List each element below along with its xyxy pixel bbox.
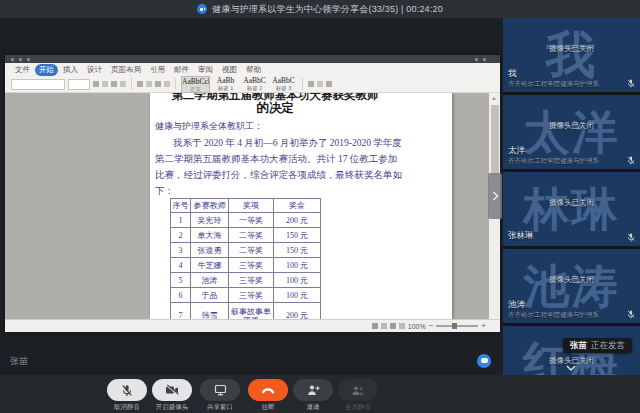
ribbon-separator bbox=[131, 78, 132, 90]
align-icon[interactable] bbox=[155, 81, 161, 87]
outline-view-icon[interactable] bbox=[399, 323, 405, 329]
camera-off-text: 摄像头已关闭 bbox=[503, 121, 640, 131]
cell: 牛芝娜 bbox=[191, 258, 229, 273]
menu-view[interactable]: 视图 bbox=[218, 64, 241, 76]
zoom-in-icon[interactable]: + bbox=[481, 323, 486, 329]
mic-muted-icon bbox=[627, 233, 635, 242]
underline-icon[interactable] bbox=[111, 81, 117, 87]
shading-icon[interactable] bbox=[164, 81, 170, 87]
find-icon[interactable] bbox=[308, 81, 314, 87]
style-normal[interactable]: AaBbCcDd 正文 bbox=[181, 76, 210, 93]
menu-insert[interactable]: 插入 bbox=[59, 64, 82, 76]
save-icon[interactable] bbox=[11, 58, 14, 61]
camera-off-text: 摄像头已关闭 bbox=[503, 44, 640, 54]
font-name-select[interactable] bbox=[11, 79, 65, 90]
menu-mailings[interactable]: 邮件 bbox=[170, 64, 193, 76]
menu-help[interactable]: 帮助 bbox=[242, 64, 265, 76]
table-row: 7 韩雪 叙事故事单项奖 200 元 bbox=[171, 303, 321, 320]
cell: 池涛 bbox=[191, 273, 229, 288]
hangup-phone-icon bbox=[261, 385, 275, 395]
cell: 韩雪 bbox=[191, 303, 229, 320]
cell: 4 bbox=[171, 258, 191, 273]
cell: 三等奖 bbox=[229, 258, 274, 273]
document-canvas[interactable]: 第二学期第五届教师基本功大赛获奖教师 的决定 健康与护理系全体教职工： 我系于 … bbox=[5, 93, 489, 319]
cell: 150 元 bbox=[274, 228, 321, 243]
invite-person-icon bbox=[307, 384, 320, 396]
mic-muted-icon bbox=[627, 79, 635, 88]
style-heading3[interactable]: AaBbC 标题 3 bbox=[270, 76, 297, 93]
cell: 叙事故事单项奖 bbox=[229, 303, 274, 320]
sidebar-collapse-handle[interactable] bbox=[488, 173, 502, 219]
numbering-icon[interactable] bbox=[146, 81, 152, 87]
menu-review[interactable]: 审阅 bbox=[194, 64, 217, 76]
cell: 150 元 bbox=[274, 243, 321, 258]
table-header-row: 序号 参赛教师 奖项 奖金 bbox=[171, 199, 321, 213]
participant-tile[interactable]: 我 摄像头已关闭 我 齐齐哈尔工程学院健康与护理系 bbox=[503, 18, 640, 92]
participant-name: 太洋 bbox=[508, 145, 525, 157]
redo-icon[interactable] bbox=[27, 58, 30, 61]
menu-layout[interactable]: 页面布局 bbox=[107, 64, 145, 76]
mic-muted-icon bbox=[627, 156, 635, 165]
doc-body-line: 下： bbox=[155, 185, 447, 198]
camera-off-text: 摄像头已关闭 bbox=[503, 275, 640, 285]
meeting-title: 健康与护理系以学生为中心领学分享会(33/35) | 00:24:20 bbox=[212, 3, 443, 16]
cell: 二等奖 bbox=[229, 228, 274, 243]
zoom-slider-knob[interactable] bbox=[452, 323, 457, 329]
style-heading1[interactable]: AaBb 标题 1 bbox=[212, 76, 239, 93]
cell: 三等奖 bbox=[229, 288, 274, 303]
header-cell: 奖金 bbox=[274, 199, 321, 213]
menu-file[interactable]: 文件 bbox=[11, 64, 34, 76]
participant-name: 我 bbox=[508, 68, 517, 80]
print-layout-icon[interactable] bbox=[381, 323, 387, 329]
replace-icon[interactable] bbox=[317, 81, 323, 87]
participant-tile[interactable]: 林琳 摄像头已关闭 张林琳 bbox=[503, 172, 640, 246]
doc-body-line: 第二学期第五届教师基本功大赛活动。共计 17 位教工参加 bbox=[155, 153, 447, 166]
cell: 100 元 bbox=[274, 288, 321, 303]
window-controls-icon[interactable] bbox=[475, 58, 478, 61]
bullets-icon[interactable] bbox=[137, 81, 143, 87]
header-cell: 奖项 bbox=[229, 199, 274, 213]
document-page[interactable]: 第二学期第五届教师基本功大赛获奖教师 的决定 健康与护理系全体教职工： 我系于 … bbox=[150, 93, 452, 319]
style-heading2[interactable]: AaBbC 标题 2 bbox=[241, 76, 268, 93]
menu-references[interactable]: 引用 bbox=[146, 64, 169, 76]
chevron-down-icon[interactable] bbox=[565, 364, 577, 372]
italic-icon[interactable] bbox=[102, 81, 108, 87]
select-icon[interactable] bbox=[326, 81, 332, 87]
scrollbar-thumb[interactable] bbox=[491, 105, 499, 175]
cell: 6 bbox=[171, 288, 191, 303]
cell: 于品 bbox=[191, 288, 229, 303]
word-status-bar: 100% − + bbox=[5, 319, 500, 332]
zoom-slider[interactable] bbox=[436, 325, 478, 327]
chat-bubble-button[interactable] bbox=[477, 354, 491, 368]
mute-all-button[interactable]: 全员静音 bbox=[330, 379, 386, 412]
awards-table: 序号 参赛教师 奖项 奖金 1 吴宪玲 一等奖 200 元 2 单大海 二等奖 … bbox=[170, 198, 321, 319]
window-close-icon[interactable] bbox=[483, 58, 486, 61]
control-bar: 好视通 取消静音 开启摄像头 bbox=[0, 375, 640, 413]
header-cell: 序号 bbox=[171, 199, 191, 213]
menu-design[interactable]: 设计 bbox=[83, 64, 106, 76]
participant-tile[interactable]: 池涛 摄像头已关闭 池涛 齐齐哈尔工程学院健康与护理系 bbox=[503, 249, 640, 323]
bold-icon[interactable] bbox=[93, 81, 99, 87]
menu-home[interactable]: 开始 bbox=[35, 64, 58, 76]
doc-body-line: 我系于 2020 年 4 月初—6 月初举办了 2019-2020 学年度 bbox=[155, 137, 447, 150]
zoom-out-icon[interactable]: − bbox=[429, 323, 434, 329]
font-color-icon[interactable] bbox=[120, 81, 126, 87]
table-row: 6 于品 三等奖 100 元 bbox=[171, 288, 321, 303]
undo-icon[interactable] bbox=[19, 58, 22, 61]
participant-tile[interactable]: 太洋 摄像头已关闭 太洋 齐齐哈尔工程学院健康与护理系 bbox=[503, 95, 640, 169]
word-titlebar bbox=[5, 55, 500, 63]
web-layout-icon[interactable] bbox=[390, 323, 396, 329]
read-mode-icon[interactable] bbox=[372, 323, 378, 329]
cell: 一等奖 bbox=[229, 213, 274, 228]
scroll-up-icon[interactable]: ▲ bbox=[491, 95, 497, 101]
meeting-title-bar: 健康与护理系以学生为中心领学分享会(33/35) | 00:24:20 bbox=[0, 0, 640, 18]
cell: 3 bbox=[171, 243, 191, 258]
ribbon-separator bbox=[302, 78, 303, 90]
table-row: 5 池涛 三等奖 100 元 bbox=[171, 273, 321, 288]
cell: 张道勇 bbox=[191, 243, 229, 258]
cell: 5 bbox=[171, 273, 191, 288]
chevron-right-icon bbox=[491, 190, 500, 202]
presenter-name-label: 张苗 bbox=[10, 355, 28, 368]
participant-sidebar: 我 摄像头已关闭 我 齐齐哈尔工程学院健康与护理系 太洋 摄像头已关闭 太洋 齐… bbox=[503, 18, 640, 375]
font-size-select[interactable] bbox=[68, 79, 90, 90]
